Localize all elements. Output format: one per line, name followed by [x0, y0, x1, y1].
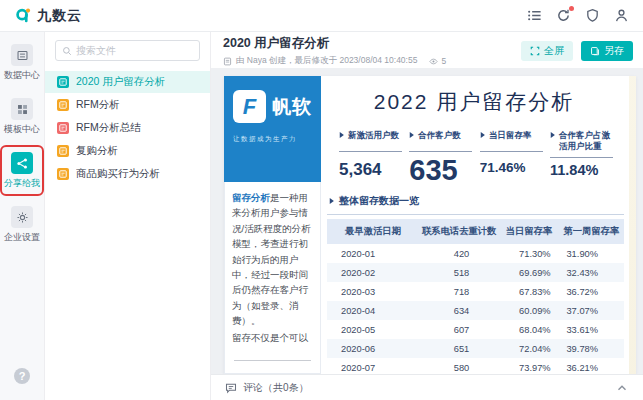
table-cell: 36.21% — [559, 358, 624, 374]
table-section-title: 整体留存数据一览 — [327, 191, 624, 215]
document-icon — [223, 57, 232, 66]
app-window: 九数云 数据中心模板中心分享给我企业设置 ? — [0, 0, 643, 400]
sidebar-item-enterprise-settings[interactable]: 企业设置 — [3, 202, 41, 247]
file-item[interactable]: 2020 用户留存分析 — [45, 71, 210, 93]
share-icon — [11, 152, 33, 174]
dashboard-title: 2022 用户留存分析 — [321, 88, 627, 116]
template-icon — [11, 98, 33, 120]
fanruan-logo-block: F 帆软 让数据成为生产力 — [224, 76, 321, 182]
table-cell: 33.61% — [559, 320, 624, 339]
file-item[interactable]: 复购分析 — [45, 140, 210, 162]
sidebar: 数据中心模板中心分享给我企业设置 ? — [0, 32, 45, 400]
sidebar-item-shared-with-me[interactable]: 分享给我 — [3, 148, 41, 193]
table-title-text: 整体留存数据一览 — [339, 194, 419, 208]
table-cell: 69.69% — [499, 263, 558, 282]
chevron-up-icon[interactable] — [615, 381, 629, 395]
comment-toggle[interactable]: 评论（共0条） — [225, 381, 309, 395]
file-item[interactable]: RFM分析 — [45, 94, 210, 116]
sidebar-item-label: 分享给我 — [3, 177, 41, 190]
kpi-label: 当日留存率 — [480, 130, 543, 152]
main-area: 2020 用户留存分析 由 Naya 创建，最后修改于 2023/08/04 1… — [211, 32, 643, 400]
table-cell: 73.97% — [499, 358, 558, 374]
kpi-card: 合作客户占激活用户比重11.84% — [550, 130, 613, 187]
shield-icon[interactable] — [585, 8, 600, 23]
kpi-value: 5,364 — [339, 160, 402, 180]
kpi-label: 合作客户占激活用户比重 — [550, 130, 613, 158]
header-actions: 全屏 另存 — [521, 41, 633, 61]
fullscreen-button[interactable]: 全屏 — [521, 41, 573, 61]
file-icon — [57, 145, 69, 157]
file-icon — [57, 122, 69, 134]
user-icon[interactable] — [614, 8, 629, 23]
table-cell: 2020-01 — [327, 244, 419, 263]
refresh-icon[interactable] — [556, 8, 571, 23]
gear-icon — [11, 206, 33, 228]
table-cell: 2020-06 — [327, 339, 419, 358]
help-icon[interactable]: ? — [14, 368, 30, 384]
fullscreen-label: 全屏 — [544, 44, 564, 58]
kpi-label: 新激活用户数 — [339, 130, 402, 152]
file-icon — [57, 76, 69, 88]
dashboard-right-column: 2022 用户留存分析 新激活用户数5,364合作客户数635当日留存率71.4… — [321, 76, 636, 374]
table-column-header: 联系电话去重计数 — [419, 219, 499, 244]
table-cell: 2020-04 — [327, 301, 419, 320]
comment-bar: 评论（共0条） — [211, 374, 643, 400]
table-cell: 39.78% — [559, 339, 624, 358]
fanruan-logo-name: 帆软 — [272, 94, 312, 120]
kpi-value: 71.46% — [480, 160, 543, 175]
intro-body: 是一种用来分析用户参与情况/活跃程度的分析模型，考查进行初始行为后的用户中，经过… — [232, 192, 311, 326]
sidebar-item-label: 模板中心 — [3, 123, 41, 136]
file-icon — [57, 99, 69, 111]
table-row: 2020-0560768.04%33.61% — [327, 320, 624, 339]
kpi-card: 新激活用户数5,364 — [339, 130, 402, 187]
intro-line2: 留存不仅是个可以 — [232, 330, 313, 345]
task-list-icon[interactable] — [527, 8, 542, 23]
file-item-label: 2020 用户留存分析 — [76, 75, 165, 89]
brand-logo[interactable]: 九数云 — [14, 7, 82, 25]
table-cell: 518 — [419, 263, 499, 282]
report-header: 2020 用户留存分析 由 Naya 创建，最后修改于 2023/08/04 1… — [211, 32, 643, 68]
kpi-label-text: 当日留存率 — [489, 130, 532, 147]
table-cell: 36.72% — [559, 282, 624, 301]
table-cell: 2020-03 — [327, 282, 419, 301]
table-row: 2020-0142071.30%31.90% — [327, 244, 624, 263]
app-title: 九数云 — [37, 7, 82, 25]
table-cell: 37.07% — [559, 301, 624, 320]
table-row: 2020-0463460.09%37.07% — [327, 301, 624, 320]
retention-table: 最早激活日期联系电话去重计数当日留存率第一周留存率 2020-0142071.3… — [327, 219, 624, 374]
table-cell: 580 — [419, 358, 499, 374]
fanruan-logo-icon: F — [233, 90, 266, 123]
meta-text: 由 Naya 创建，最后修改于 2023/08/04 10:40:55 — [236, 55, 417, 67]
report-meta: 由 Naya 创建，最后修改于 2023/08/04 10:40:55 5 — [223, 55, 446, 67]
eye-icon — [429, 57, 438, 66]
table-cell: 67.83% — [499, 282, 558, 301]
file-item-label: RFM分析 — [76, 98, 120, 112]
save-as-button[interactable]: 另存 — [581, 41, 633, 61]
sidebar-item-template-center[interactable]: 模板中心 — [3, 94, 41, 139]
table-cell: 2020-07 — [327, 358, 419, 374]
search-input[interactable] — [76, 45, 193, 56]
dashboard-card: F 帆软 让数据成为生产力 留存分析是一种用来分析用户参与情况/活跃程度的分析模… — [224, 76, 636, 374]
retention-table-section: 整体留存数据一览 最早激活日期联系电话去重计数当日留存率第一周留存率 2020-… — [321, 187, 627, 374]
file-panel: 2020 用户留存分析RFM分析RFM分析总结复购分析商品购买行为分析 — [45, 32, 211, 400]
file-item-label: 商品购买行为分析 — [76, 167, 160, 181]
kpi-label-text: 新激活用户数 — [348, 130, 399, 147]
file-icon — [57, 168, 69, 180]
kpi-value: 11.84% — [550, 162, 613, 178]
table-column-header: 第一周留存率 — [559, 219, 624, 244]
dashboard-canvas: F 帆软 让数据成为生产力 留存分析是一种用来分析用户参与情况/活跃程度的分析模… — [211, 68, 643, 374]
file-item[interactable]: 商品购买行为分析 — [45, 163, 210, 185]
table-row: 2020-0665172.04%39.78% — [327, 339, 624, 358]
sidebar-item-label: 数据中心 — [3, 69, 41, 82]
retention-intro-text: 留存分析是一种用来分析用户参与情况/活跃程度的分析模型，考查进行初始行为后的用户… — [224, 182, 321, 374]
table-column-header: 最早激活日期 — [327, 219, 419, 244]
search-icon — [62, 46, 72, 56]
table-cell: 651 — [419, 339, 499, 358]
sidebar-item-data-center[interactable]: 数据中心 — [3, 40, 41, 85]
table-cell: 31.90% — [559, 244, 624, 263]
view-count: 5 — [441, 56, 446, 66]
logo-icon — [14, 7, 32, 25]
file-item[interactable]: RFM分析总结 — [45, 117, 210, 139]
table-row: 2020-0371867.83%36.72% — [327, 282, 624, 301]
table-cell: 420 — [419, 244, 499, 263]
